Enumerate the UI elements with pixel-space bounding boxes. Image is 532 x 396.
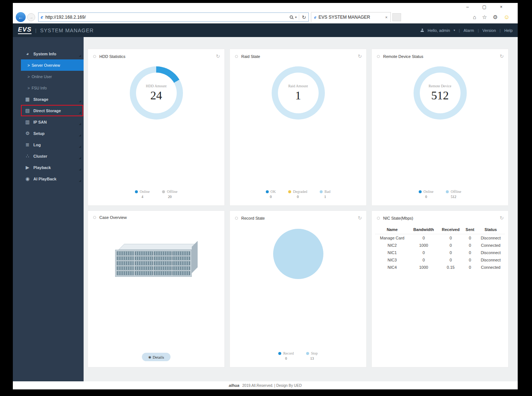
panel-header: HDD Statistics ↻ bbox=[88, 49, 224, 62]
subitem-label: FSU Info bbox=[32, 86, 47, 90]
new-tab-button[interactable] bbox=[392, 13, 401, 21]
cell-name: NIC1 bbox=[375, 249, 409, 256]
nic-table-header: Name Bandwidth Received Sent Status bbox=[375, 225, 505, 234]
address-bar[interactable]: e http://192.168.2.169/ ▾ ↻ bbox=[38, 12, 309, 22]
legend-label: Stop bbox=[311, 351, 318, 355]
feedback-smiley-icon[interactable]: ☺ bbox=[504, 14, 510, 21]
cell-status: Disconnect bbox=[477, 249, 505, 256]
user-dropdown-icon[interactable]: ▾ bbox=[454, 29, 455, 32]
panel-title: Raid State bbox=[241, 54, 260, 59]
chassis-side-face bbox=[192, 241, 198, 273]
sidebar-subitem-online-user[interactable]: > Online User bbox=[21, 71, 84, 82]
dashboard-grid: HDD Statistics ↻ HDD Amount 24 bbox=[88, 49, 518, 367]
chevron-icon: ◢ bbox=[79, 179, 81, 182]
header-separator: | bbox=[500, 28, 501, 33]
panel-refresh-icon[interactable]: ↻ bbox=[500, 54, 504, 59]
panel-header: Remote Device Status ↻ bbox=[372, 49, 508, 62]
subitem-label: Server Overview bbox=[32, 63, 60, 67]
header-right: Hello, admin ▾ | Alarm | Version | Help bbox=[421, 28, 513, 33]
sidebar-item-log[interactable]: ≣ Log ◢ bbox=[13, 139, 84, 150]
minimize-icon[interactable]: – bbox=[459, 3, 476, 11]
panel-toggle-icon[interactable] bbox=[93, 55, 96, 58]
favorites-star-icon[interactable]: ☆ bbox=[482, 14, 487, 21]
panel-toggle-icon[interactable] bbox=[235, 55, 238, 58]
user-greeting[interactable]: Hello, admin bbox=[428, 28, 450, 33]
app-footer: alhua 2019.All.Reserved. | Design By UED bbox=[13, 381, 518, 389]
sidebar-item-setup[interactable]: ⚙ Setup ◢ bbox=[13, 128, 84, 139]
refresh-icon[interactable]: ↻ bbox=[299, 14, 306, 20]
chassis-front-face bbox=[115, 250, 192, 277]
panel-toggle-icon[interactable] bbox=[377, 55, 380, 58]
sidebar-item-ai-playback[interactable]: ◉ AI PlayBack ◢ bbox=[13, 173, 84, 184]
legend-dot-online bbox=[419, 190, 422, 193]
legend-label: Bad bbox=[324, 190, 330, 194]
panel-refresh-icon[interactable]: ↻ bbox=[500, 215, 504, 221]
cell-bandwidth: 0 bbox=[409, 234, 438, 242]
alarm-link[interactable]: Alarm bbox=[463, 28, 474, 33]
panel-toggle-icon[interactable] bbox=[235, 217, 238, 220]
cell-status: Disconnect bbox=[477, 234, 505, 242]
details-button[interactable]: ◉ Details bbox=[142, 353, 170, 361]
url-text[interactable]: http://192.168.2.169/ bbox=[45, 15, 290, 20]
playback-icon: ▶ bbox=[25, 165, 30, 170]
subitem-label: Online User bbox=[32, 74, 52, 79]
nic-table: Name Bandwidth Received Sent Status bbox=[375, 225, 505, 271]
tab-close-icon[interactable]: × bbox=[383, 15, 388, 19]
hdd-center-label: HDD Amount bbox=[146, 84, 166, 88]
sidebar-item-system-info[interactable]: ◕ System Info ◢ bbox=[13, 48, 84, 59]
forward-button[interactable]: → bbox=[27, 13, 35, 21]
legend-value: 13 bbox=[310, 356, 314, 360]
help-link[interactable]: Help bbox=[504, 28, 513, 33]
search-dropdown-icon[interactable]: ▾ bbox=[295, 15, 297, 19]
settings-gear-icon[interactable]: ⚙ bbox=[493, 14, 498, 21]
legend-value: 4 bbox=[142, 195, 143, 199]
panel-refresh-icon[interactable]: ↻ bbox=[358, 54, 362, 59]
subitem-arrow: > bbox=[27, 74, 30, 79]
panel-nic-state: NIC State(Mbps) ↻ Name Bandwidth Receive… bbox=[371, 210, 509, 367]
cell-bandwidth: 0 bbox=[409, 249, 438, 256]
record-legend: Record 0 Stop 13 bbox=[230, 351, 366, 360]
legend-label: Online bbox=[140, 190, 150, 194]
back-button[interactable]: ← bbox=[16, 12, 26, 22]
header-separator: | bbox=[478, 28, 479, 33]
main-content: HDD Statistics ↻ HDD Amount 24 bbox=[84, 37, 518, 381]
version-link[interactable]: Version bbox=[483, 28, 496, 33]
footer-text: 2019.All.Reserved. | Design By UED bbox=[242, 384, 302, 388]
panel-toggle-icon[interactable] bbox=[377, 217, 380, 220]
ai-playback-icon: ◉ bbox=[25, 176, 30, 182]
sidebar-item-playback[interactable]: ▶ Playback ◢ bbox=[13, 162, 84, 173]
table-row: Manage Card 0 0 0 Disconnect bbox=[375, 234, 505, 242]
remote-legend: Online 0 Offline 512 bbox=[372, 190, 508, 199]
direct-storage-icon: ▤ bbox=[25, 108, 30, 113]
search-icon[interactable] bbox=[290, 15, 293, 19]
cell-received: 0 bbox=[438, 242, 463, 249]
sidebar-subitem-server-overview[interactable]: > Server Overview bbox=[21, 59, 84, 71]
legend-label: Record bbox=[283, 351, 294, 355]
browser-tab[interactable]: e EVS SYSTEM MANAGER × bbox=[311, 12, 391, 22]
sidebar-item-storage[interactable]: ▦ Storage ◢ bbox=[13, 94, 84, 105]
cell-name: NIC2 bbox=[375, 242, 409, 249]
home-icon[interactable]: ⌂ bbox=[473, 14, 476, 20]
sidebar-item-ip-san[interactable]: ▥ IP SAN ◢ bbox=[13, 116, 84, 128]
legend-label: Offline bbox=[167, 190, 177, 194]
legend-dot-offline bbox=[446, 190, 449, 193]
chevron-icon: ◢ bbox=[79, 100, 81, 103]
close-icon[interactable]: × bbox=[493, 3, 510, 11]
sidebar-item-cluster[interactable]: ∴ Cluster ◢ bbox=[13, 150, 84, 162]
remote-center-label: Remote Device bbox=[429, 84, 451, 88]
sidebar-item-direct-storage[interactable]: ▤ Direct Storage ◢ bbox=[13, 105, 84, 116]
panel-title: Record State bbox=[241, 216, 265, 220]
maximize-icon[interactable]: ▢ bbox=[476, 3, 493, 11]
back-arrow-icon: ← bbox=[18, 14, 23, 20]
panel-refresh-icon[interactable]: ↻ bbox=[358, 215, 362, 221]
cell-received: 0.15 bbox=[438, 264, 463, 271]
panel-refresh-icon[interactable]: ↻ bbox=[216, 54, 220, 59]
legend-dot-stop bbox=[306, 352, 309, 355]
raid-center-label: Raid Amount bbox=[288, 84, 308, 88]
app-title: SYSTEM MANAGER bbox=[40, 27, 93, 33]
app-header: EVS | SYSTEM MANAGER Hello, admin ▾ | Al… bbox=[13, 23, 518, 37]
sidebar-item-label: Direct Storage bbox=[33, 109, 61, 113]
sidebar-subitem-fsu-info[interactable]: > FSU Info bbox=[21, 82, 84, 94]
panel-toggle-icon[interactable] bbox=[93, 216, 96, 219]
chevron-icon: ◢ bbox=[79, 122, 81, 125]
